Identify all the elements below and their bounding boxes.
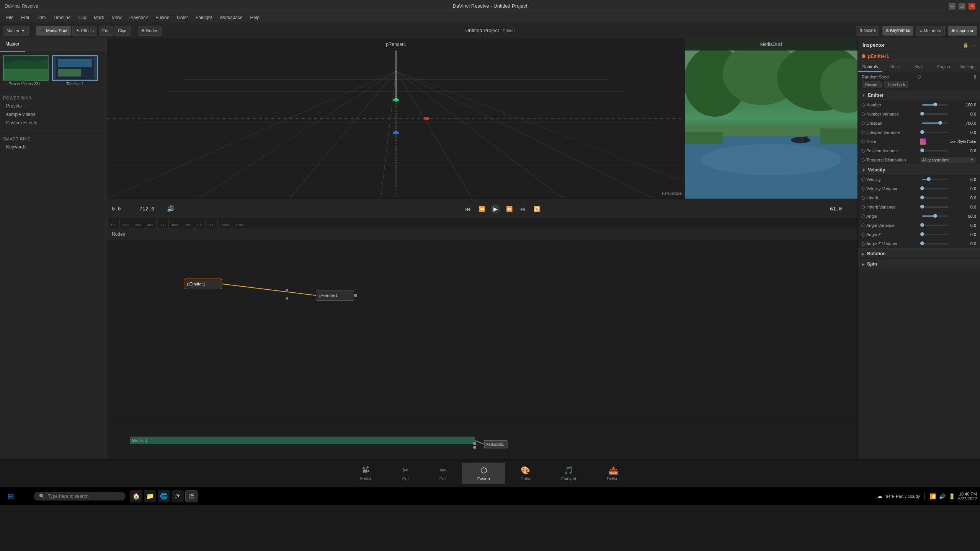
velocity-slider[interactable] [922,179,948,180]
number-var-keyframe[interactable] [861,112,865,116]
menu-file[interactable]: File [3,14,16,21]
app-tab-fairlight[interactable]: 🎵 Fairlight [546,463,591,484]
inherit-keyframe[interactable] [861,196,865,200]
minimize-button[interactable]: ─ [949,3,956,10]
taskbar-clock[interactable]: 10:40 PM 5/27/2022 [958,492,977,501]
bins-item-sample-videos[interactable]: sample videos [3,110,104,119]
node-pemitter1[interactable]: pEmitter1 [184,279,222,289]
color-keyframe[interactable] [861,139,865,143]
toolbar-keyframes-btn[interactable]: ⧖ Keyframes [882,26,914,36]
app-tab-fusion[interactable]: ⬡ Fusion [462,463,505,484]
toolbar-nodes-btn[interactable]: ◈ Nodes [138,26,162,36]
close-button[interactable]: ✕ [969,3,975,10]
taskbar-app-davinci[interactable]: 🎬 [185,490,198,502]
rotation-section-header[interactable]: ▶ Rotation [858,249,980,259]
media-thumb-timeline[interactable]: Timeline 1 [52,55,98,86]
media-thumb-pexels[interactable]: Pexels Videos 231... [3,55,49,86]
toolbar-mediapool-btn[interactable]: ⬛ Media Pool [36,26,71,36]
lifespan-keyframe[interactable] [861,121,865,125]
taskbar-app-store[interactable]: 🛍 [172,490,184,502]
app-tab-edit[interactable]: ✏ Edit [424,463,462,484]
toolbar-inspector-btn[interactable]: ⊞ Inspector [948,26,977,36]
lifespan-var-slider[interactable] [922,132,948,133]
menu-playback[interactable]: Playback [126,14,151,21]
angle-z-keyframe[interactable] [861,232,865,236]
go-to-start-btn[interactable]: ⏮ [463,204,472,214]
angle-var-keyframe[interactable] [861,223,865,227]
bins-item-presets[interactable]: Presets [3,102,104,110]
toolbar-effects-btn[interactable]: ★ Effects [72,26,97,36]
taskbar-app-windows[interactable]: 🏠 [130,490,142,502]
angle-slider[interactable] [922,215,948,217]
pos-var-slider[interactable] [922,150,948,152]
toolbar-spline-btn[interactable]: ⟰ Spline [856,26,879,36]
insp-tab-controls[interactable]: Controls [858,62,882,72]
tab-media-pool[interactable]: Master [0,38,25,52]
menu-fusion[interactable]: Fusion [152,14,172,21]
number-var-slider[interactable] [922,113,948,115]
toolbar-clips-btn[interactable]: Clips [114,26,131,36]
inherit-var-keyframe[interactable] [861,205,865,209]
time-lock-button[interactable]: Time Lock [884,82,908,88]
inherit-slider[interactable] [922,197,948,199]
volume-icon[interactable]: 🔊 [167,205,175,212]
toolbar-edit-btn[interactable]: Edit [99,26,113,36]
app-tab-color[interactable]: 🎨 Color [505,463,546,484]
menu-view[interactable]: View [109,14,125,21]
nodes-more-icon[interactable]: ⋯ [847,230,853,238]
random-seed-keyframe[interactable] [917,75,921,79]
angle-var-slider[interactable] [922,225,948,226]
insp-tab-region[interactable]: Region [931,62,956,72]
start-button[interactable]: ⊞ [3,489,18,504]
lifespan-var-keyframe[interactable] [861,130,865,134]
step-forward-btn[interactable]: ⏩ [505,204,514,214]
app-tab-cut[interactable]: ✂ Cut [387,463,424,484]
taskbar-search-box[interactable]: 🔍 Type here to search [34,492,126,500]
taskbar-sound-icon[interactable]: 🔊 [939,493,946,499]
menu-help[interactable]: Help [247,14,263,21]
temporal-dropdown[interactable]: All at same time ▼ [920,157,976,163]
menu-mark[interactable]: Mark [91,14,107,21]
taskbar-app-file-explorer[interactable]: 📁 [144,490,156,502]
insp-tab-settings[interactable]: Settings [956,62,980,72]
menu-clip[interactable]: Clip [75,14,89,21]
step-back-btn[interactable]: ⏪ [477,204,486,214]
insp-tab-style[interactable]: Style [907,62,931,72]
velocity-var-keyframe[interactable] [861,186,865,191]
bins-item-custom-effects[interactable]: Custom Effects [3,119,104,127]
temporal-keyframe[interactable] [861,158,865,162]
inspector-lock-icon[interactable]: 🔒 [963,42,969,48]
menu-fairlight[interactable]: Fairlight [193,14,215,21]
spin-section-header[interactable]: ▶ Spin [858,259,980,269]
angle-z-slider[interactable] [922,234,948,235]
toolbar-metadata-btn[interactable]: ≡ Metadata [916,26,944,36]
pos-var-keyframe[interactable] [861,148,865,153]
menu-workspace[interactable]: Workspace [217,14,246,21]
inspector-more-icon[interactable]: ⋯ [971,42,975,48]
angle-z-var-slider[interactable] [922,243,948,245]
velocity-var-slider[interactable] [922,188,948,189]
bins-item-keywords[interactable]: Keywords [3,143,104,151]
number-slider[interactable] [922,104,948,106]
reseed-button[interactable]: Reseed [862,82,882,88]
taskbar-app-edge[interactable]: 🌐 [158,490,170,502]
taskbar-network-icon[interactable]: 📶 [929,493,936,499]
go-to-end-btn[interactable]: ⏭ [518,204,528,214]
insp-tab-sets[interactable]: Sets [882,62,907,72]
node-prender1[interactable]: pRender1 [316,290,354,301]
maximize-button[interactable]: □ [959,3,965,10]
toolbar-master-dropdown[interactable]: Master ▼ [3,26,29,36]
angle-keyframe[interactable] [861,214,865,218]
play-stop-btn[interactable]: ▶ [491,204,500,214]
velocity-section-header[interactable]: ▼ Velocity [858,165,980,175]
inherit-var-slider[interactable] [922,206,948,208]
lifespan-slider[interactable] [922,122,948,124]
app-tab-media[interactable]: 📽 Media [345,463,387,484]
menu-edit[interactable]: Edit [18,14,32,21]
menu-trim[interactable]: Trim [34,14,49,21]
color-swatch[interactable] [920,139,926,145]
number-keyframe[interactable] [861,103,865,107]
taskbar-battery-icon[interactable]: 🔋 [949,493,955,499]
menu-color[interactable]: Color [174,14,191,21]
emitter-section-header[interactable]: ▼ Emitter [858,90,980,100]
